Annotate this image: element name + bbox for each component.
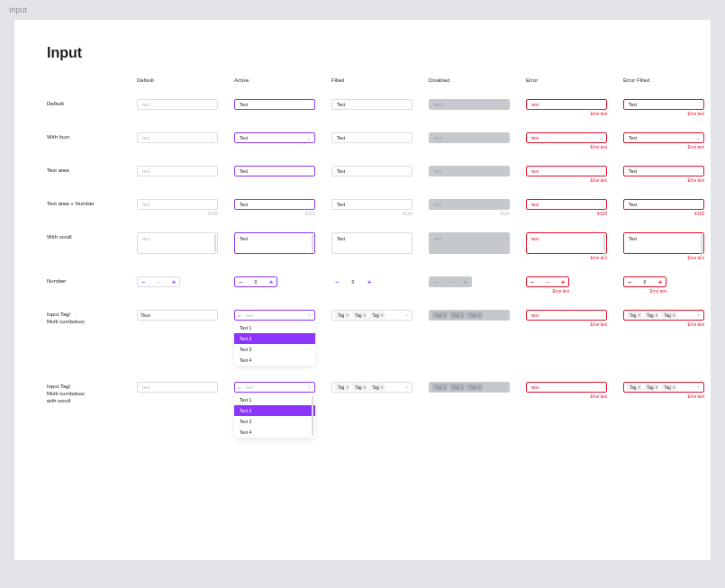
textarea-num-filled[interactable]: Text bbox=[331, 199, 412, 210]
close-icon[interactable]: × bbox=[405, 384, 408, 390]
textarea-num-error[interactable]: text bbox=[526, 199, 607, 210]
plus-icon[interactable]: + bbox=[269, 279, 273, 285]
plus-icon[interactable]: + bbox=[561, 279, 565, 285]
combobox-scroll-filled[interactable]: Tag× Tag× Tag× × bbox=[331, 382, 412, 393]
chevron-down-icon[interactable]: ⌄ bbox=[307, 135, 311, 140]
scrollbar[interactable] bbox=[214, 234, 216, 252]
input-error[interactable]: text bbox=[526, 99, 607, 110]
input-icon-error-filled[interactable]: Text⌄ bbox=[623, 132, 704, 143]
dropdown-item[interactable]: Text 1 bbox=[234, 322, 315, 333]
number-input-default[interactable]: −—+ bbox=[137, 276, 180, 287]
textarea-scroll-filled[interactable]: Text bbox=[331, 232, 412, 254]
textarea-num-active[interactable]: Text bbox=[234, 199, 315, 210]
chevron-down-icon[interactable]: ⌄ bbox=[599, 135, 603, 140]
combobox-default[interactable]: Text bbox=[137, 310, 218, 321]
textarea-default[interactable]: text bbox=[137, 166, 218, 176]
input-icon-active[interactable]: Text⌄ bbox=[234, 132, 315, 143]
tag-chip[interactable]: Tag× bbox=[335, 312, 350, 319]
tag-chip[interactable]: Tag× bbox=[627, 312, 642, 319]
combobox-error[interactable]: text bbox=[526, 310, 607, 321]
close-icon[interactable]: × bbox=[308, 312, 311, 318]
close-icon[interactable]: × bbox=[697, 384, 700, 390]
dropdown-item-selected[interactable]: Text 2 bbox=[234, 333, 315, 344]
tag-chip[interactable]: Tag× bbox=[661, 312, 676, 319]
scrollbar[interactable] bbox=[603, 234, 605, 258]
number-input-error[interactable]: −—+ bbox=[526, 276, 569, 287]
tag-chip[interactable]: Tag× bbox=[352, 312, 367, 319]
close-icon[interactable]: × bbox=[405, 312, 408, 318]
dropdown-menu[interactable]: Text 1 Text 2 Text 3 Text 4 bbox=[234, 394, 315, 438]
chevron-down-icon[interactable]: ⌄ bbox=[404, 135, 408, 140]
tag-chip[interactable]: Tag× bbox=[369, 384, 385, 391]
tag-chip[interactable]: Tag× bbox=[661, 384, 676, 391]
dropdown-item[interactable]: Text 3 bbox=[234, 344, 315, 355]
close-icon[interactable]: × bbox=[673, 312, 675, 318]
close-icon[interactable]: × bbox=[655, 312, 657, 318]
close-icon[interactable]: × bbox=[697, 312, 700, 318]
plus-icon[interactable]: + bbox=[658, 279, 662, 285]
input-icon-filled[interactable]: Text⌄ bbox=[331, 132, 412, 143]
close-icon[interactable]: × bbox=[638, 384, 640, 390]
dropdown-item[interactable]: Text 4 bbox=[234, 427, 315, 438]
minus-icon[interactable]: − bbox=[530, 279, 534, 285]
combobox-active[interactable]: ⌕text× bbox=[234, 310, 315, 321]
close-icon[interactable]: × bbox=[381, 312, 384, 318]
dropdown-item[interactable]: Text 3 bbox=[234, 416, 315, 427]
input-filled[interactable]: Text bbox=[331, 99, 412, 110]
dropdown-item[interactable]: Text 4 bbox=[234, 355, 315, 366]
textarea-num-default[interactable]: text bbox=[137, 199, 218, 210]
textarea-active[interactable]: Text bbox=[234, 166, 315, 176]
input-error-filled[interactable]: Text bbox=[623, 99, 704, 110]
minus-icon[interactable]: − bbox=[141, 279, 145, 285]
minus-icon[interactable]: − bbox=[628, 279, 631, 285]
textarea-scroll-error-filled[interactable]: Text bbox=[623, 232, 704, 254]
close-icon[interactable]: × bbox=[655, 384, 657, 390]
input-icon-error[interactable]: text⌄ bbox=[526, 132, 607, 143]
textarea-error[interactable]: text bbox=[526, 166, 607, 176]
tag-chip[interactable]: Tag× bbox=[369, 312, 385, 319]
close-icon[interactable]: × bbox=[346, 312, 349, 318]
tag-chip[interactable]: Tag× bbox=[335, 384, 350, 391]
textarea-scroll-error[interactable]: text bbox=[526, 232, 607, 254]
textarea-scroll-default[interactable]: text bbox=[137, 232, 218, 254]
combobox-scroll-error[interactable]: text bbox=[526, 382, 607, 393]
dropdown-item-selected[interactable]: Text 2 bbox=[234, 405, 315, 416]
close-icon[interactable]: × bbox=[363, 312, 366, 318]
input-active[interactable]: Text bbox=[234, 99, 315, 110]
combobox-scroll-error-filled[interactable]: Tag× Tag× Tag× × bbox=[623, 382, 704, 393]
chevron-down-icon[interactable]: ⌄ bbox=[210, 135, 213, 140]
dropdown-item[interactable]: Text 1 bbox=[234, 394, 315, 405]
tag-chip[interactable]: Tag× bbox=[627, 384, 642, 391]
textarea-num-error-filled[interactable]: Text bbox=[623, 199, 704, 210]
input-icon-default[interactable]: text⌄ bbox=[137, 132, 218, 143]
combobox-filled[interactable]: Tag× Tag× Tag× × bbox=[331, 310, 412, 321]
number-input-active[interactable]: −0+ bbox=[234, 276, 277, 287]
scrollbar[interactable] bbox=[701, 234, 702, 258]
number-input-error-filled[interactable]: −0+ bbox=[623, 276, 666, 287]
tag-chip[interactable]: Tag× bbox=[644, 384, 659, 391]
tag-chip[interactable]: Tag× bbox=[352, 384, 367, 391]
textarea-filled[interactable]: Text bbox=[331, 166, 412, 176]
chevron-down-icon[interactable]: ⌄ bbox=[696, 135, 700, 140]
dropdown-menu[interactable]: Text 1 Text 2 Text 3 Text 4 bbox=[234, 322, 315, 366]
number-input-filled[interactable]: −0+ bbox=[331, 276, 375, 287]
plus-icon[interactable]: + bbox=[172, 279, 176, 285]
minus-icon[interactable]: − bbox=[239, 279, 242, 285]
close-icon[interactable]: × bbox=[308, 384, 311, 390]
minus-icon[interactable]: − bbox=[335, 279, 339, 285]
scrollbar[interactable] bbox=[312, 396, 313, 436]
tag-chip[interactable]: Tag× bbox=[644, 312, 659, 319]
combobox-error-filled[interactable]: Tag× Tag× Tag× × bbox=[623, 310, 704, 321]
textarea-scroll-active[interactable]: Text bbox=[234, 232, 315, 254]
textarea-error-filled[interactable]: Text bbox=[623, 166, 704, 176]
scrollbar[interactable] bbox=[312, 234, 313, 252]
plus-icon[interactable]: + bbox=[367, 279, 371, 285]
close-icon[interactable]: × bbox=[363, 384, 366, 390]
close-icon[interactable]: × bbox=[346, 384, 349, 390]
close-icon[interactable]: × bbox=[638, 312, 640, 318]
input-default[interactable]: text bbox=[137, 99, 218, 110]
combobox-scroll-default[interactable]: text bbox=[137, 382, 218, 393]
close-icon[interactable]: × bbox=[381, 384, 384, 390]
close-icon[interactable]: × bbox=[673, 384, 675, 390]
combobox-scroll-active[interactable]: ⌕text× bbox=[234, 382, 315, 393]
